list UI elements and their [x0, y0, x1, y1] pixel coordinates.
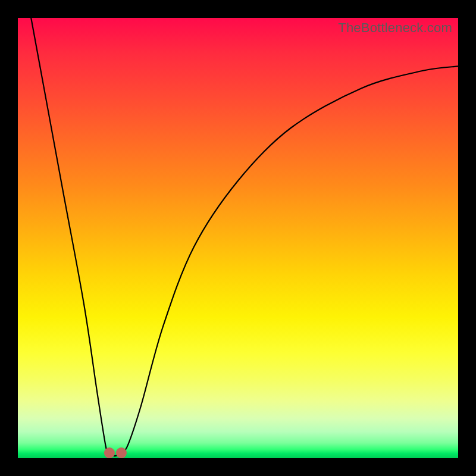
curve-path	[31, 18, 458, 456]
bottleneck-curve	[18, 18, 458, 458]
chart-frame: TheBottleneck.com	[0, 0, 476, 476]
valley-markers	[104, 447, 127, 458]
valley-marker	[116, 447, 127, 458]
valley-marker	[104, 447, 115, 458]
plot-area: TheBottleneck.com	[18, 18, 458, 458]
